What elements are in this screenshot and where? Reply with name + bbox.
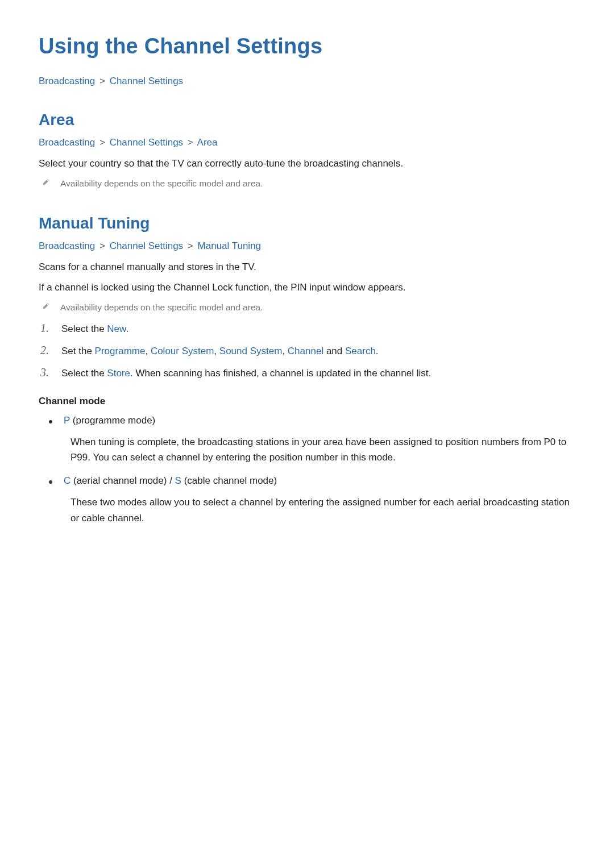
page-content: Using the Channel Settings Broadcasting … <box>0 0 614 570</box>
text-fragment: . <box>376 346 379 356</box>
keyword-channel: Channel <box>288 346 323 356</box>
area-body-text: Select your country so that the TV can c… <box>39 156 575 171</box>
text-fragment: (cable channel mode) <box>181 475 277 486</box>
pencil-icon <box>42 178 50 188</box>
note-text: Availability depends on the specific mod… <box>60 177 263 190</box>
breadcrumb-item: Broadcasting <box>39 76 95 86</box>
breadcrumb-item: Channel Settings <box>110 76 183 86</box>
breadcrumb-item: Broadcasting <box>39 240 95 251</box>
breadcrumb-item: Broadcasting <box>39 137 95 148</box>
breadcrumb-sep: > <box>99 240 105 251</box>
text-fragment: Set the <box>61 346 95 356</box>
breadcrumb-sep: > <box>188 137 193 148</box>
text-fragment: , <box>145 346 150 356</box>
breadcrumb-sep: > <box>99 137 105 148</box>
text-fragment: Select the <box>61 323 107 334</box>
mode-label: P (programme mode) <box>64 415 155 426</box>
mode-desc: When tuning is complete, the broadcastin… <box>64 434 575 465</box>
manual-body-2: If a channel is locked using the Channel… <box>39 280 575 295</box>
text-fragment: . <box>126 323 128 334</box>
manual-body-1: Scans for a channel manually and stores … <box>39 260 575 275</box>
breadcrumb-item: Manual Tuning <box>198 240 262 251</box>
mode-desc: These two modes allow you to select a ch… <box>64 495 575 525</box>
step-number: 3. <box>39 366 49 379</box>
text-fragment: , <box>214 346 219 356</box>
keyword-sound-system: Sound System <box>219 346 283 356</box>
keyword-store: Store <box>107 368 130 379</box>
step-text: Set the Programme, Colour System, Sound … <box>61 343 379 359</box>
channel-mode-item-p: P (programme mode) When tuning is comple… <box>49 415 575 465</box>
breadcrumb-manual: Broadcasting > Channel Settings > Manual… <box>39 240 575 252</box>
keyword-search: Search <box>345 346 376 356</box>
channel-mode-list: P (programme mode) When tuning is comple… <box>49 415 575 526</box>
breadcrumb-sep: > <box>188 240 193 251</box>
text-fragment: and <box>323 346 345 356</box>
text-fragment: , <box>282 346 287 356</box>
steps-list: 1. Select the New. 2. Set the Programme,… <box>39 321 575 381</box>
text-fragment: . When scanning has finished, a channel … <box>130 368 431 379</box>
text-fragment: (programme mode) <box>70 415 155 426</box>
breadcrumb-item: Channel Settings <box>110 240 183 251</box>
step-text: Select the Store. When scanning has fini… <box>61 366 431 381</box>
keyword-programme: Programme <box>95 346 146 356</box>
channel-mode-heading: Channel mode <box>39 396 575 407</box>
step-number: 1. <box>39 322 49 335</box>
section-heading-manual: Manual Tuning <box>39 214 575 232</box>
note-text: Availability depends on the specific mod… <box>60 301 263 314</box>
text-fragment: (aerial channel mode) / <box>70 475 175 486</box>
section-heading-area: Area <box>39 111 575 129</box>
bullet-icon <box>49 480 52 484</box>
text-fragment: Select the <box>61 368 107 379</box>
breadcrumb-area: Broadcasting > Channel Settings > Area <box>39 137 575 148</box>
breadcrumb-sep: > <box>99 76 105 86</box>
step-1: 1. Select the New. <box>39 321 575 337</box>
mode-label: C (aerial channel mode) / S (cable chann… <box>64 475 277 487</box>
mode-code-c: C <box>64 475 70 486</box>
mode-code-p: P <box>64 415 70 426</box>
keyword-new: New <box>107 323 126 334</box>
breadcrumb-item: Channel Settings <box>110 137 183 148</box>
page-title: Using the Channel Settings <box>39 34 575 59</box>
pencil-icon <box>42 302 50 312</box>
step-2: 2. Set the Programme, Colour System, Sou… <box>39 343 575 359</box>
step-number: 2. <box>39 344 49 357</box>
breadcrumb-item: Area <box>197 137 218 148</box>
breadcrumb-main: Broadcasting > Channel Settings <box>39 76 575 87</box>
step-3: 3. Select the Store. When scanning has f… <box>39 366 575 381</box>
note-manual: Availability depends on the specific mod… <box>42 301 575 314</box>
note-area: Availability depends on the specific mod… <box>42 177 575 190</box>
channel-mode-item-cs: C (aerial channel mode) / S (cable chann… <box>49 475 575 525</box>
step-text: Select the New. <box>61 321 128 337</box>
mode-code-s: S <box>175 475 181 486</box>
keyword-colour-system: Colour System <box>151 346 214 356</box>
bullet-icon <box>49 420 52 423</box>
